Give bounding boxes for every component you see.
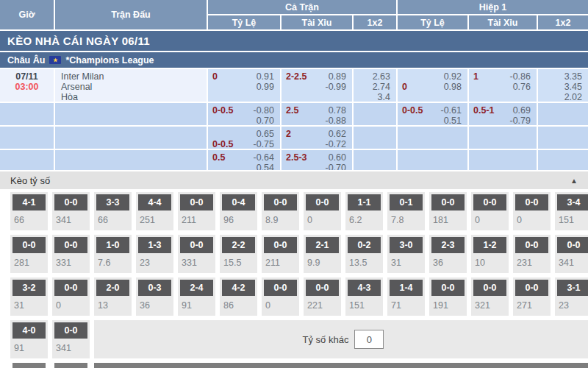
odds-cell-h1-1x2[interactable]	[538, 103, 588, 125]
score-box[interactable]: 0-3	[138, 280, 171, 296]
odds-cell-h1-overunder[interactable]: 1-0.860.76	[469, 69, 537, 102]
score-cell[interactable]: 0-0271	[513, 277, 551, 316]
score-cell[interactable]: 4-091	[10, 320, 48, 358]
odds-cell-ft-handicap[interactable]: 0-0.5-0.800.70	[208, 103, 280, 125]
score-box[interactable]: 3-2	[12, 280, 46, 296]
score-cell[interactable]: 2-013	[94, 277, 132, 316]
score-cell[interactable]: 0-0341	[52, 320, 90, 358]
score-box[interactable]: 0-2	[348, 237, 381, 253]
score-cell[interactable]: 0-213.5	[345, 235, 383, 273]
score-cell[interactable]: 0-496	[220, 192, 257, 230]
score-cell[interactable]: 0-0341	[555, 235, 588, 273]
score-cell[interactable]: 1-210	[471, 235, 509, 273]
score-cell[interactable]: 3-031	[387, 235, 425, 273]
score-cell[interactable]: 0-0281	[10, 235, 48, 273]
score-box[interactable]: 0-0	[264, 194, 297, 210]
collapse-arrow-icon[interactable]: ▲	[570, 177, 578, 185]
odds-cell-h1-handicap[interactable]: 0.9200.98	[398, 69, 467, 102]
odds-cell-h1-1x2[interactable]	[538, 150, 588, 170]
score-box[interactable]: 2-3	[431, 237, 465, 253]
odds-cell-h1-overunder[interactable]: 0.5-10.69-0.79	[469, 103, 537, 125]
score-cell[interactable]: 0-0231	[513, 235, 551, 273]
score-box[interactable]: 4-3	[348, 280, 381, 296]
score-box[interactable]: 4-1	[12, 194, 46, 210]
score-box[interactable]: 0-0	[306, 194, 339, 210]
score-box[interactable]: 0-0	[12, 237, 46, 253]
score-box[interactable]: 0-4	[222, 194, 255, 210]
other-score-input[interactable]	[354, 330, 384, 349]
score-box[interactable]: 1-0	[96, 237, 129, 253]
odds-cell-h1-1x2[interactable]: 3.353.452.02	[538, 69, 588, 102]
score-cell[interactable]: 0-00	[304, 192, 341, 230]
odds-cell-ft-1x2[interactable]	[354, 127, 396, 149]
score-cell[interactable]: 0-08.9	[262, 192, 299, 230]
score-box[interactable]: 2-0	[96, 280, 129, 296]
score-cell[interactable]: 0-0321	[471, 277, 509, 316]
score-cell[interactable]: 0-0191	[429, 277, 467, 316]
score-box[interactable]: 0-0	[264, 237, 297, 253]
score-box[interactable]: 1-4	[390, 280, 423, 296]
score-box[interactable]: 4-2	[222, 280, 255, 296]
score-box[interactable]: 3-3	[96, 194, 129, 210]
score-section-header[interactable]: Kèo tỷ số ▲	[0, 171, 588, 189]
score-box[interactable]: 0-0	[473, 280, 506, 296]
score-cell[interactable]: 4-3151	[345, 277, 383, 316]
score-cell[interactable]: 1-07.6	[94, 235, 132, 273]
score-box[interactable]: 0-0	[431, 280, 465, 296]
odds-cell-ft-1x2[interactable]	[354, 150, 396, 170]
odds-cell-ft-1x2[interactable]	[354, 103, 396, 125]
score-cell[interactable]: 0-0331	[52, 235, 90, 273]
score-box[interactable]: 0-0	[54, 194, 87, 210]
score-box[interactable]: 1-2	[473, 237, 506, 253]
score-cell[interactable]: 3-4151	[555, 192, 588, 230]
score-box[interactable]: 4-0	[12, 322, 46, 339]
score-box[interactable]: 0-0	[306, 280, 339, 296]
score-box[interactable]: 0-0	[431, 194, 465, 210]
score-cell[interactable]: 2-19.9	[304, 235, 341, 273]
score-box[interactable]: 3-0	[390, 237, 423, 253]
score-cell[interactable]: 2-336	[429, 235, 467, 273]
score-box[interactable]: 2-4	[180, 280, 213, 296]
score-cell[interactable]: 0-00	[513, 192, 551, 230]
score-cell[interactable]: 0-17.8	[387, 192, 425, 230]
score-box[interactable]: 0-0	[557, 237, 588, 253]
odds-cell-ft-handicap[interactable]: 0.5-0.640.54	[208, 150, 280, 170]
score-cell[interactable]: 0-00	[52, 277, 90, 316]
score-box[interactable]: 1-1	[348, 194, 381, 210]
score-cell[interactable]: 2-215.5	[220, 235, 257, 273]
score-cell[interactable]: 2-491	[178, 277, 215, 316]
score-cell[interactable]: 4-4251	[136, 192, 173, 230]
odds-cell-ft-overunder[interactable]: 2-2.50.89-0.99	[282, 69, 352, 102]
odds-cell-h1-1x2[interactable]	[538, 127, 588, 149]
score-cell[interactable]: 0-0331	[178, 235, 215, 273]
odds-cell-h1-handicap[interactable]	[398, 127, 467, 149]
score-box[interactable]: 0-0	[515, 194, 548, 210]
score-cell[interactable]: 1-471	[387, 277, 425, 316]
score-box[interactable]: 2-2	[222, 237, 255, 253]
score-box[interactable]: 1-3	[138, 237, 171, 253]
score-cell[interactable]: 0-0211	[262, 235, 299, 273]
odds-cell-h1-overunder[interactable]	[469, 150, 537, 170]
odds-cell-h1-handicap[interactable]: 0-0.5-0.610.51	[398, 103, 467, 125]
score-cell[interactable]: 3-231	[10, 277, 48, 316]
score-box[interactable]: 2-1	[306, 237, 339, 253]
odds-cell-h1-overunder[interactable]	[469, 127, 537, 149]
odds-cell-ft-handicap[interactable]: 00.910.99	[208, 69, 280, 102]
score-box[interactable]: 0-0	[473, 194, 506, 210]
score-box[interactable]: 0-0	[54, 237, 87, 253]
score-cell[interactable]: 4-286	[220, 277, 257, 316]
score-cell[interactable]: 3-123	[555, 277, 588, 316]
score-box[interactable]: 3-4	[557, 194, 588, 210]
score-box[interactable]: 0-0	[264, 280, 297, 296]
score-cell[interactable]: 3-366	[94, 192, 132, 230]
score-cell[interactable]: 0-0211	[178, 192, 215, 230]
score-box[interactable]: 4-4	[138, 194, 171, 210]
odds-cell-ft-overunder[interactable]: 20.62-0.72	[282, 127, 352, 149]
score-box[interactable]: 0-0	[515, 280, 548, 296]
score-box[interactable]: 0-0	[180, 237, 213, 253]
odds-cell-ft-1x2[interactable]: 2.632.743.4	[354, 69, 396, 102]
odds-cell-ft-handicap[interactable]: 0.650-0.5-0.75	[208, 127, 280, 149]
score-cell[interactable]: 0-0341	[52, 192, 90, 230]
score-cell[interactable]: 0-00	[262, 277, 299, 316]
score-box[interactable]: 0-0	[54, 322, 87, 339]
